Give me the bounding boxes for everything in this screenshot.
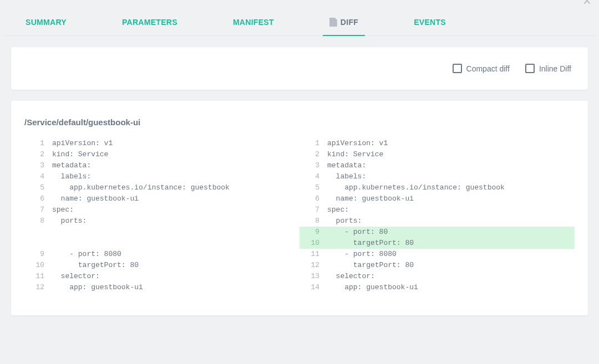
file-icon — [329, 18, 337, 27]
tab-events[interactable]: EVENTS — [414, 13, 446, 35]
line-code: app.kubernetes.io/instance: guestbook — [52, 182, 300, 193]
line-code: ports: — [52, 216, 300, 227]
line-number: 7 — [300, 204, 327, 216]
line-number: 6 — [24, 193, 52, 204]
diff-line: 8 ports: — [300, 216, 575, 227]
diff-options-card: Compact diff Inline Diff — [11, 47, 588, 90]
diff-viewer-card: /Service/default/guestbook-ui 1apiVersio… — [11, 101, 588, 315]
diff-line: 5 app.kubernetes.io/instance: guestbook — [24, 182, 300, 193]
line-number: 13 — [300, 271, 327, 282]
line-number: 1 — [300, 138, 327, 149]
diff-line: 7spec: — [300, 204, 575, 216]
diff-line: 2kind: Service — [300, 149, 575, 160]
tab-diff-label: DIFF — [341, 18, 358, 27]
diff-line: 7spec: — [24, 204, 300, 216]
diff-line — [24, 238, 300, 249]
line-number: 5 — [300, 182, 327, 193]
line-number: 8 — [24, 216, 52, 227]
line-number: 6 — [300, 193, 327, 204]
diff-line: 9 - port: 8080 — [24, 249, 300, 260]
diff-line: 13 selector: — [300, 271, 575, 282]
diff-line — [24, 227, 300, 238]
line-code: app.kubernetes.io/instance: guestbook — [327, 182, 575, 193]
line-code: apiVersion: v1 — [52, 138, 300, 149]
line-code: - port: 8080 — [327, 249, 575, 260]
line-code: spec: — [52, 204, 300, 216]
line-code: kind: Service — [52, 149, 300, 160]
diff-line: 3metadata: — [24, 160, 300, 171]
line-code: name: guestbook-ui — [52, 193, 300, 204]
checkbox-icon — [525, 64, 535, 73]
diff-line: 9 - port: 80 — [300, 227, 575, 238]
tab-parameters[interactable]: PARAMETERS — [122, 13, 177, 35]
line-code: apiVersion: v1 — [327, 138, 575, 149]
line-code: name: guestbook-ui — [327, 193, 575, 204]
compact-diff-checkbox[interactable]: Compact diff — [453, 64, 510, 73]
line-number: 4 — [300, 171, 327, 182]
close-icon[interactable]: × — [583, 0, 591, 8]
line-code: kind: Service — [327, 149, 575, 160]
tab-summary[interactable]: SUMMARY — [26, 13, 67, 35]
diff-line: 12 targetPort: 80 — [300, 260, 575, 271]
line-number: 11 — [300, 249, 327, 260]
diff-line: 10 targetPort: 80 — [24, 260, 300, 271]
line-code: - port: 80 — [327, 227, 575, 238]
tab-bar: SUMMARY PARAMETERS MANIFEST DIFF EVENTS — [3, 0, 596, 36]
diff-panes: 1apiVersion: v12kind: Service3metadata:4… — [24, 138, 575, 293]
line-number: 7 — [24, 204, 52, 216]
line-code: targetPort: 80 — [52, 260, 300, 271]
line-number: 10 — [300, 238, 327, 249]
diff-line: 11 selector: — [24, 271, 300, 282]
diff-resource-title: /Service/default/guestbook-ui — [24, 117, 575, 127]
line-number: 3 — [24, 160, 52, 171]
line-code: app: guestbook-ui — [327, 282, 575, 293]
diff-line: 4 labels: — [300, 171, 575, 182]
diff-line: 4 labels: — [24, 171, 300, 182]
diff-line: 5 app.kubernetes.io/instance: guestbook — [300, 182, 575, 193]
diff-line: 12 app: guestbook-ui — [24, 282, 300, 293]
diff-line: 10 targetPort: 80 — [300, 238, 575, 249]
line-number: 5 — [24, 182, 52, 193]
diff-line: 1apiVersion: v1 — [24, 138, 300, 149]
line-number: 14 — [300, 282, 327, 293]
compact-diff-label: Compact diff — [466, 64, 510, 73]
tab-manifest[interactable]: MANIFEST — [233, 13, 274, 35]
line-code: targetPort: 80 — [327, 260, 575, 271]
line-number: 3 — [300, 160, 327, 171]
line-code: app: guestbook-ui — [52, 282, 300, 293]
inline-diff-label: Inline Diff — [539, 64, 571, 73]
checkbox-icon — [453, 64, 462, 73]
line-code: targetPort: 80 — [327, 238, 575, 249]
diff-line: 1apiVersion: v1 — [300, 138, 575, 149]
line-code: metadata: — [52, 160, 300, 171]
line-number: 4 — [24, 171, 52, 182]
diff-line: 11 - port: 8080 — [300, 249, 575, 260]
line-code: labels: — [52, 171, 300, 182]
diff-line: 2kind: Service — [24, 149, 300, 160]
tab-diff[interactable]: DIFF — [329, 13, 358, 35]
diff-line: 6 name: guestbook-ui — [24, 193, 300, 204]
inline-diff-checkbox[interactable]: Inline Diff — [525, 64, 571, 73]
line-number: 2 — [24, 149, 52, 160]
diff-line: 6 name: guestbook-ui — [300, 193, 575, 204]
line-number: 2 — [300, 149, 327, 160]
diff-pane-right: 1apiVersion: v12kind: Service3metadata:4… — [300, 138, 575, 293]
line-code: selector: — [327, 271, 575, 282]
diff-line: 8 ports: — [24, 216, 300, 227]
diff-pane-left: 1apiVersion: v12kind: Service3metadata:4… — [24, 138, 300, 293]
line-code: spec: — [327, 204, 575, 216]
line-number: 12 — [24, 282, 52, 293]
line-number: 12 — [300, 260, 327, 271]
line-number: 11 — [24, 271, 52, 282]
diff-options-toolbar: Compact diff Inline Diff — [11, 47, 588, 90]
line-number: 10 — [24, 260, 52, 271]
line-code: labels: — [327, 171, 575, 182]
line-code: ports: — [327, 216, 575, 227]
line-number: 9 — [24, 249, 52, 260]
line-number: 8 — [300, 216, 327, 227]
line-number: 1 — [24, 138, 52, 149]
line-code: selector: — [52, 271, 300, 282]
diff-line: 14 app: guestbook-ui — [300, 282, 575, 293]
line-code: metadata: — [327, 160, 575, 171]
diff-line: 3metadata: — [300, 160, 575, 171]
